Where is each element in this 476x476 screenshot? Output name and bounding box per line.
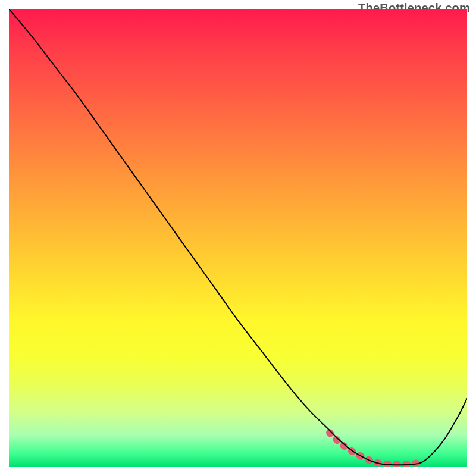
optimal-range-emphasis xyxy=(330,433,421,464)
bottleneck-chart: TheBottleneck.com xyxy=(0,0,476,476)
plot-area xyxy=(9,9,467,467)
bottleneck-curve-path xyxy=(9,9,467,465)
plot-svg xyxy=(9,9,467,467)
